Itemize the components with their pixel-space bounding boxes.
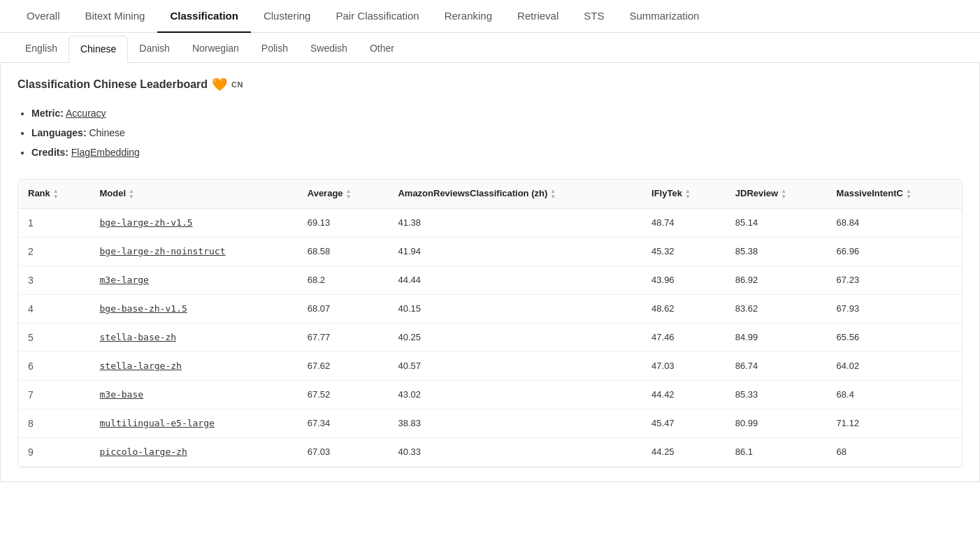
cell-average: 68.58 xyxy=(298,237,389,266)
credits-item: Credits: FlagEmbedding xyxy=(31,143,963,162)
sub-nav-tab-norwegian[interactable]: Norwegian xyxy=(181,36,250,63)
cell-amazon: 38.83 xyxy=(388,409,642,437)
model-link[interactable]: bge-large-zh-v1.5 xyxy=(99,217,192,228)
cell-rank: 7 xyxy=(18,380,89,409)
cell-average: 67.03 xyxy=(298,437,389,466)
cell-amazon: 41.38 xyxy=(388,208,642,237)
cell-rank: 2 xyxy=(18,237,89,266)
cell-average: 67.62 xyxy=(298,351,389,380)
table-header: Rank▲▼Model▲▼Average▲▼AmazonReviewsClass… xyxy=(18,180,962,208)
top-nav-tab-classification[interactable]: Classification xyxy=(157,0,251,33)
table-row: 7m3e-base67.5243.0244.4285.3368.4 xyxy=(18,380,962,409)
cell-model: bge-large-zh-noinstruct xyxy=(89,237,297,266)
table-row: 2bge-large-zh-noinstruct68.5841.9445.328… xyxy=(18,237,962,266)
col-header-model[interactable]: Model▲▼ xyxy=(89,180,297,208)
sort-arrows-average: ▲▼ xyxy=(346,189,352,200)
metric-link[interactable]: Accuracy xyxy=(66,108,106,119)
sub-nav-tab-english[interactable]: English xyxy=(14,36,69,63)
model-link[interactable]: m3e-base xyxy=(99,389,143,400)
cell-amazon: 40.15 xyxy=(388,294,642,323)
col-header-massiveintent[interactable]: MassiveIntentC▲▼ xyxy=(827,180,962,208)
credits-link[interactable]: FlagEmbedding xyxy=(71,147,140,158)
top-nav-tab-retrieval[interactable]: Retrieval xyxy=(505,0,571,33)
top-nav-tab-bitext-mining[interactable]: Bitext Mining xyxy=(73,0,158,33)
sub-nav-tab-other[interactable]: Other xyxy=(359,36,405,63)
cell-iflytek: 43.96 xyxy=(642,266,726,294)
languages-value: Chinese xyxy=(89,127,124,138)
sort-arrows-model: ▲▼ xyxy=(129,189,134,200)
metric-item: Metric: Accuracy xyxy=(31,103,963,123)
sub-navigation: EnglishChineseDanishNorwegianPolishSwedi… xyxy=(0,36,980,63)
cell-amazon: 41.94 xyxy=(388,237,642,266)
top-nav-tab-sts[interactable]: STS xyxy=(571,0,617,33)
cell-rank: 9 xyxy=(18,437,89,466)
cell-rank: 5 xyxy=(18,323,89,351)
cell-massiveintent: 71.12 xyxy=(827,409,962,437)
cell-average: 67.77 xyxy=(298,323,389,351)
cell-iflytek: 45.32 xyxy=(642,237,726,266)
cell-massiveintent: 68 xyxy=(827,437,962,466)
cell-model: piccolo-large-zh xyxy=(89,437,297,466)
cell-model: stella-large-zh xyxy=(89,351,297,380)
model-link[interactable]: stella-large-zh xyxy=(99,361,181,371)
sort-arrows-massiveintent: ▲▼ xyxy=(906,189,911,200)
table-row: 3m3e-large68.244.4443.9686.9267.23 xyxy=(18,266,962,294)
model-link[interactable]: bge-base-zh-v1.5 xyxy=(99,303,187,314)
sort-arrows-rank: ▲▼ xyxy=(53,189,59,200)
col-header-jdreview[interactable]: JDReview▲▼ xyxy=(726,180,827,208)
cell-massiveintent: 65.56 xyxy=(827,323,962,351)
col-header-rank[interactable]: Rank▲▼ xyxy=(18,180,89,208)
model-link[interactable]: m3e-large xyxy=(99,275,148,285)
languages-item: Languages: Chinese xyxy=(31,123,963,143)
top-nav-tab-clustering[interactable]: Clustering xyxy=(251,0,324,33)
cell-massiveintent: 68.84 xyxy=(827,208,962,237)
model-link[interactable]: bge-large-zh-noinstruct xyxy=(99,246,225,256)
top-nav-tab-overall[interactable]: Overall xyxy=(14,0,73,33)
cell-rank: 1 xyxy=(18,208,89,237)
top-nav-tab-summarization[interactable]: Summarization xyxy=(617,0,712,33)
cell-iflytek: 48.62 xyxy=(642,294,726,323)
cell-massiveintent: 66.96 xyxy=(827,237,962,266)
title-text: Classification Chinese Leaderboard xyxy=(17,78,208,91)
cell-model: m3e-large xyxy=(89,266,297,294)
cell-jdreview: 86.92 xyxy=(726,266,827,294)
model-link[interactable]: stella-base-zh xyxy=(99,332,176,342)
cell-average: 67.52 xyxy=(298,380,389,409)
top-nav-tab-pair-classification[interactable]: Pair Classification xyxy=(323,0,431,33)
heart-icon: 🧡 xyxy=(212,77,227,92)
cell-massiveintent: 64.02 xyxy=(827,351,962,380)
sub-nav-tab-chinese[interactable]: Chinese xyxy=(69,36,128,63)
sub-nav-tab-danish[interactable]: Danish xyxy=(128,36,181,63)
cell-rank: 8 xyxy=(18,409,89,437)
cell-average: 68.07 xyxy=(298,294,389,323)
cell-model: bge-base-zh-v1.5 xyxy=(89,294,297,323)
col-header-amazon[interactable]: AmazonReviewsClassification (zh)▲▼ xyxy=(388,180,642,208)
model-link[interactable]: piccolo-large-zh xyxy=(99,446,187,457)
sort-arrows-iflytek: ▲▼ xyxy=(685,189,691,200)
cell-massiveintent: 68.4 xyxy=(827,380,962,409)
col-header-average[interactable]: Average▲▼ xyxy=(298,180,389,208)
cell-model: multilingual-e5-large xyxy=(89,409,297,437)
cell-iflytek: 45.47 xyxy=(642,409,726,437)
leaderboard-title: Classification Chinese Leaderboard 🧡 CN xyxy=(17,77,963,92)
model-link[interactable]: multilingual-e5-large xyxy=(99,418,214,428)
sub-nav-tab-swedish[interactable]: Swedish xyxy=(299,36,359,63)
sub-nav-tab-polish[interactable]: Polish xyxy=(250,36,299,63)
header-row: Rank▲▼Model▲▼Average▲▼AmazonReviewsClass… xyxy=(18,180,962,208)
cell-average: 68.2 xyxy=(298,266,389,294)
col-header-iflytek[interactable]: IFlyTek▲▼ xyxy=(642,180,726,208)
main-content: Classification Chinese Leaderboard 🧡 CN … xyxy=(0,63,980,482)
cell-jdreview: 86.74 xyxy=(726,351,827,380)
cell-iflytek: 44.25 xyxy=(642,437,726,466)
top-nav-tab-reranking[interactable]: Reranking xyxy=(432,0,505,33)
cell-model: bge-large-zh-v1.5 xyxy=(89,208,297,237)
cell-jdreview: 84.99 xyxy=(726,323,827,351)
table-row: 8multilingual-e5-large67.3438.8345.4780.… xyxy=(18,409,962,437)
cell-iflytek: 48.74 xyxy=(642,208,726,237)
cell-rank: 4 xyxy=(18,294,89,323)
leaderboard-table: Rank▲▼Model▲▼Average▲▼AmazonReviewsClass… xyxy=(18,180,962,467)
table-row: 9piccolo-large-zh67.0340.3344.2586.168 xyxy=(18,437,962,466)
cell-amazon: 44.44 xyxy=(388,266,642,294)
cell-model: stella-base-zh xyxy=(89,323,297,351)
table-row: 1bge-large-zh-v1.569.1341.3848.7485.1468… xyxy=(18,208,962,237)
